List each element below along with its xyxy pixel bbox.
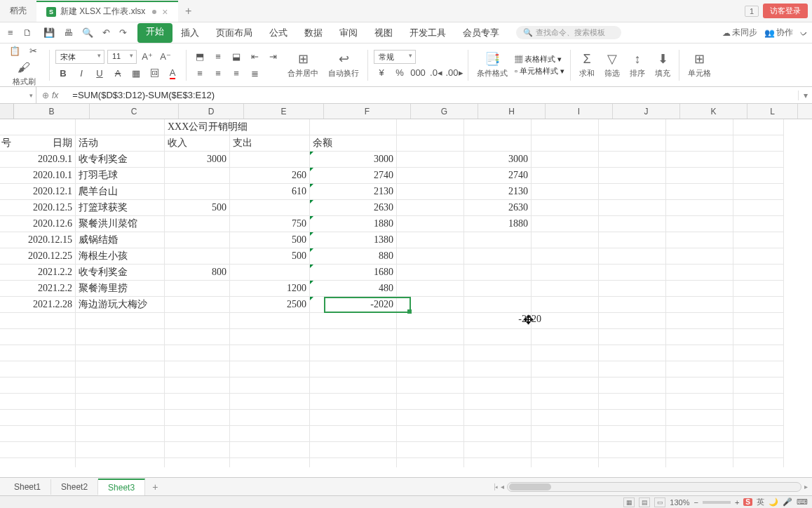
cell[interactable]: [599, 216, 666, 232]
cell[interactable]: [310, 394, 397, 410]
undo-icon[interactable]: ↶: [99, 25, 114, 40]
align-top-icon[interactable]: ⬒: [192, 49, 208, 65]
cell[interactable]: 3000: [310, 152, 397, 168]
view-normal-icon[interactable]: ▦: [623, 497, 635, 507]
cell[interactable]: [165, 345, 230, 361]
col-header-G[interactable]: G: [411, 104, 478, 119]
cut-icon[interactable]: ✂: [25, 44, 41, 59]
cell[interactable]: [733, 458, 784, 467]
cell[interactable]: [165, 248, 230, 265]
cell[interactable]: [397, 265, 464, 281]
cell[interactable]: [0, 329, 76, 345]
cell[interactable]: 1880: [310, 216, 397, 232]
cell[interactable]: [666, 232, 733, 248]
cell-style-button[interactable]: ▫ 单元格样式 ▾: [515, 66, 564, 76]
cell[interactable]: [599, 119, 666, 135]
cell[interactable]: 3000: [464, 152, 532, 168]
cell[interactable]: [230, 458, 310, 467]
cell[interactable]: [76, 119, 165, 135]
cell[interactable]: [397, 216, 464, 232]
cell[interactable]: [532, 442, 599, 458]
align-center-icon[interactable]: ≡: [210, 66, 226, 81]
cell[interactable]: 500: [230, 232, 310, 248]
col-header-L[interactable]: L: [747, 104, 798, 119]
cell[interactable]: [532, 119, 599, 135]
cell[interactable]: [666, 216, 733, 232]
cell[interactable]: 收专利奖金: [76, 152, 165, 168]
cell[interactable]: [599, 152, 666, 168]
cell[interactable]: 1200: [230, 281, 310, 297]
cell[interactable]: [464, 135, 532, 152]
cell[interactable]: [733, 442, 784, 458]
merge-icon[interactable]: ⊞: [298, 51, 309, 67]
cell[interactable]: [599, 442, 666, 458]
cell[interactable]: [464, 232, 532, 248]
cell[interactable]: [464, 394, 532, 410]
cell[interactable]: 2740: [464, 168, 532, 184]
moon-icon[interactable]: 🌙: [769, 497, 778, 507]
cell[interactable]: 海根生小孩: [76, 248, 165, 265]
cell[interactable]: [666, 345, 733, 361]
cond-format-icon[interactable]: 📑: [485, 51, 500, 67]
cell[interactable]: [397, 119, 464, 135]
cell[interactable]: [76, 329, 165, 345]
cell[interactable]: [733, 361, 784, 377]
font-color-icon[interactable]: A: [165, 66, 180, 81]
cell[interactable]: [397, 248, 464, 265]
tab-vip[interactable]: 会员专享: [454, 23, 508, 43]
align-middle-icon[interactable]: ≡: [210, 49, 226, 65]
cell[interactable]: [165, 394, 230, 410]
cell[interactable]: [397, 458, 464, 467]
align-left-icon[interactable]: ≡: [192, 66, 208, 81]
cell[interactable]: [464, 458, 532, 467]
sheet-tab-3[interactable]: Sheet3: [98, 479, 145, 495]
cell[interactable]: 2130: [464, 184, 532, 200]
cell[interactable]: [230, 200, 310, 216]
cell[interactable]: [76, 313, 165, 329]
zoom-level[interactable]: 130%: [670, 498, 689, 507]
sort-icon[interactable]: ↕: [635, 52, 641, 67]
cell[interactable]: [310, 361, 397, 377]
cell[interactable]: [532, 313, 599, 329]
cell[interactable]: [666, 152, 733, 168]
cell[interactable]: 2021.2.28: [0, 297, 76, 313]
cell[interactable]: [599, 248, 666, 265]
cell[interactable]: [397, 377, 464, 394]
cell[interactable]: [464, 426, 532, 442]
cell[interactable]: [397, 442, 464, 458]
cell[interactable]: [666, 200, 733, 216]
col-header-F[interactable]: F: [324, 104, 411, 119]
cell[interactable]: [397, 426, 464, 442]
ime-icon[interactable]: S: [743, 498, 752, 506]
cell[interactable]: 日期: [0, 135, 76, 152]
cell[interactable]: [0, 394, 76, 410]
cell[interactable]: [0, 313, 76, 329]
format-painter-icon[interactable]: 🖌: [18, 60, 30, 75]
tab-start[interactable]: 开始: [137, 23, 172, 43]
cell[interactable]: [532, 394, 599, 410]
tab-review[interactable]: 审阅: [331, 23, 366, 43]
cell[interactable]: [0, 442, 76, 458]
cell[interactable]: [733, 377, 784, 394]
add-tab-button[interactable]: +: [178, 5, 199, 18]
cell[interactable]: [397, 281, 464, 297]
cell[interactable]: [397, 168, 464, 184]
cell[interactable]: [165, 410, 230, 426]
col-header-B[interactable]: B: [14, 104, 90, 119]
cell[interactable]: [310, 119, 397, 135]
cell[interactable]: [165, 281, 230, 297]
cell[interactable]: [397, 184, 464, 200]
cell[interactable]: [230, 394, 310, 410]
cell[interactable]: [0, 410, 76, 426]
cell[interactable]: 2020.12.25: [0, 248, 76, 265]
decrease-decimal-icon[interactable]: .0◂: [428, 65, 444, 81]
table-style-button[interactable]: ▦ 表格样式 ▾: [515, 54, 564, 65]
cell[interactable]: [76, 377, 165, 394]
cell[interactable]: [165, 184, 230, 200]
cell[interactable]: 2020.10.1: [0, 168, 76, 184]
cell[interactable]: [230, 426, 310, 442]
cell[interactable]: [599, 168, 666, 184]
unsync-button[interactable]: ☁ 未同步: [722, 27, 757, 39]
cell[interactable]: [733, 152, 784, 168]
cell[interactable]: [532, 377, 599, 394]
